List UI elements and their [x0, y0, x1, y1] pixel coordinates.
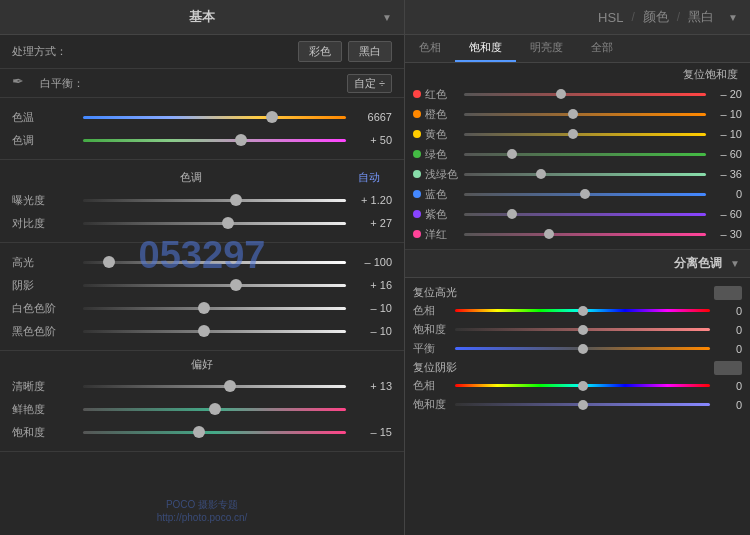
highlight-reset-button[interactable]	[714, 286, 742, 300]
bw-label: 黑白	[688, 8, 714, 26]
contrast-value: + 27	[352, 217, 392, 229]
white-clip-slider[interactable]	[83, 300, 346, 316]
highlight-thumb[interactable]	[103, 256, 115, 268]
tint-row: 色调 + 50	[12, 130, 392, 150]
shadow-reset-button[interactable]	[714, 361, 742, 375]
white-clip-thumb[interactable]	[198, 302, 210, 314]
aqua-label: 浅绿色	[425, 167, 460, 182]
bw-mode-button[interactable]: 黑白	[348, 41, 392, 62]
orange-slider[interactable]	[464, 107, 706, 121]
orange-label: 橙色	[425, 107, 460, 122]
red-thumb[interactable]	[556, 89, 566, 99]
exposure-thumb[interactable]	[230, 194, 242, 206]
highlight-slider[interactable]	[83, 254, 346, 270]
vibrance-slider[interactable]	[83, 401, 346, 417]
black-clip-slider[interactable]	[83, 323, 346, 339]
green-thumb[interactable]	[507, 149, 517, 159]
purple-thumb[interactable]	[507, 209, 517, 219]
shadow-hue-slider[interactable]	[455, 379, 710, 393]
contrast-slider[interactable]	[83, 215, 346, 231]
wb-value[interactable]: 自定 ÷	[347, 74, 392, 93]
yellow-label: 黄色	[425, 127, 460, 142]
aqua-thumb[interactable]	[536, 169, 546, 179]
tint-thumb[interactable]	[235, 134, 247, 146]
balance-thumb[interactable]	[578, 344, 588, 354]
color-mode-button[interactable]: 彩色	[298, 41, 342, 62]
contrast-thumb[interactable]	[222, 217, 234, 229]
yellow-thumb[interactable]	[568, 129, 578, 139]
balance-slider[interactable]	[455, 347, 710, 350]
left-panel-arrow[interactable]: ▼	[382, 12, 392, 23]
tab-all[interactable]: 全部	[577, 35, 627, 62]
yellow-value: – 10	[710, 128, 742, 140]
vibrance-label: 鲜艳度	[12, 402, 77, 417]
tab-hue[interactable]: 色相	[405, 35, 455, 62]
exposure-slider[interactable]	[83, 192, 346, 208]
eyedropper-icon: ✒	[12, 73, 32, 93]
blue-slider[interactable]	[464, 187, 706, 201]
clarity-label: 清晰度	[12, 379, 77, 394]
orange-thumb[interactable]	[568, 109, 578, 119]
tint-value: + 50	[352, 134, 392, 146]
watermark-site: POCO 摄影专题http://photo.poco.cn/	[157, 498, 248, 523]
saturation-thumb[interactable]	[193, 426, 205, 438]
highlight-hue-label: 色相	[413, 303, 451, 318]
green-dot	[413, 150, 421, 158]
highlight-sat-track	[455, 328, 710, 331]
yellow-dot	[413, 130, 421, 138]
shadow-slider[interactable]	[83, 277, 346, 293]
clarity-thumb[interactable]	[224, 380, 236, 392]
temp-slider[interactable]	[83, 109, 346, 125]
highlight-hue-thumb[interactable]	[578, 306, 588, 316]
highlight-track	[83, 261, 346, 264]
blue-track	[464, 193, 706, 196]
highlight-hue-slider[interactable]	[455, 304, 710, 318]
green-slider[interactable]	[464, 147, 706, 161]
yellow-slider[interactable]	[464, 127, 706, 141]
tone-auto-button[interactable]: 自动	[358, 170, 380, 185]
black-clip-thumb[interactable]	[198, 325, 210, 337]
contrast-label: 对比度	[12, 216, 77, 231]
highlight-group-label: 复位高光	[413, 285, 714, 300]
red-slider[interactable]	[464, 87, 706, 101]
purple-track	[464, 213, 706, 216]
right-panel-arrow[interactable]: ▼	[728, 12, 738, 23]
hsl-label: HSL	[598, 10, 623, 25]
left-panel-inner: 处理方式： 彩色 黑白 ✒ 白平衡： 自定 ÷ 色温 6667 色调	[0, 35, 404, 535]
shadow-value: + 16	[352, 279, 392, 291]
temp-thumb[interactable]	[266, 111, 278, 123]
processing-row: 处理方式： 彩色 黑白	[0, 35, 404, 69]
green-label: 绿色	[425, 147, 460, 162]
shadow-sat-row: 饱和度 0	[413, 396, 742, 413]
tint-slider[interactable]	[83, 132, 346, 148]
blue-dot	[413, 190, 421, 198]
magenta-label: 洋红	[425, 227, 460, 242]
aqua-slider[interactable]	[464, 167, 706, 181]
shadow-hue-thumb[interactable]	[578, 381, 588, 391]
exposure-value: + 1.20	[352, 194, 392, 206]
highlight-sat-slider[interactable]	[455, 323, 710, 337]
tab-luminance[interactable]: 明亮度	[516, 35, 577, 62]
right-panel: HSL / 颜色 / 黑白 ▼ 色相 饱和度 明亮度 全部 复位饱和度 红色 –…	[405, 0, 750, 535]
purple-slider[interactable]	[464, 207, 706, 221]
shadow-thumb[interactable]	[230, 279, 242, 291]
contrast-row: 对比度 + 27	[12, 213, 392, 233]
blue-thumb[interactable]	[580, 189, 590, 199]
vibrance-thumb[interactable]	[209, 403, 221, 415]
temp-section: 色温 6667 色调 + 50	[0, 98, 404, 160]
highlight-sat-thumb[interactable]	[578, 325, 588, 335]
saturation-value: – 15	[352, 426, 392, 438]
saturation-slider[interactable]	[83, 424, 346, 440]
highlight-group-title: 复位高光	[413, 285, 742, 300]
magenta-slider[interactable]	[464, 227, 706, 241]
white-clip-label: 白色色阶	[12, 301, 77, 316]
clarity-slider[interactable]	[83, 378, 346, 394]
shadow-sat-slider[interactable]	[455, 398, 710, 412]
magenta-thumb[interactable]	[544, 229, 554, 239]
vibrance-track	[83, 408, 346, 411]
sat-section-title: 复位饱和度	[413, 67, 742, 82]
shadow-sat-thumb[interactable]	[578, 400, 588, 410]
tab-saturation[interactable]: 饱和度	[455, 35, 516, 62]
shadow-group-label: 复位阴影	[413, 360, 714, 375]
orange-dot	[413, 110, 421, 118]
